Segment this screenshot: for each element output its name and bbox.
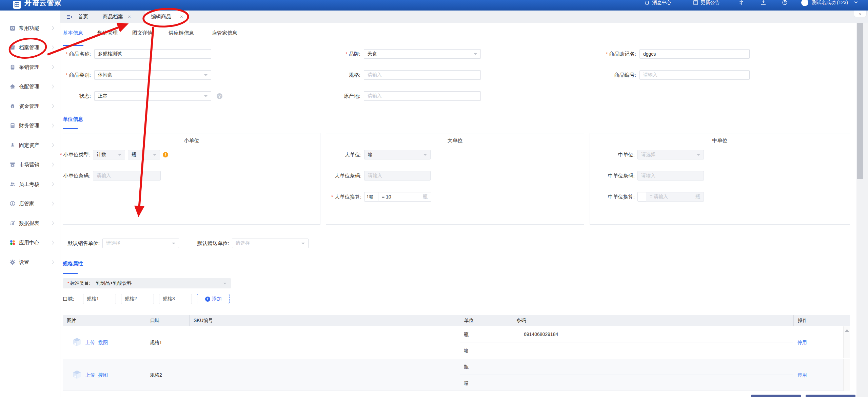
table-inner-scrollbar[interactable]: [843, 326, 850, 358]
origin-input[interactable]: 请输入: [364, 91, 481, 101]
search-image-link[interactable]: 搜图: [98, 340, 108, 346]
help-icon[interactable]: [782, 0, 788, 5]
page-tab-bar: 首页 商品档案× 编辑商品× ˅: [60, 11, 868, 23]
disable-row-link[interactable]: 停用: [797, 372, 807, 378]
sidebar-item-purchase-sales[interactable]: 采销管理: [0, 63, 60, 72]
collapse-menu-icon[interactable]: [66, 14, 73, 20]
close-tab-icon[interactable]: ×: [180, 14, 183, 19]
caret-down-icon: [423, 154, 427, 157]
tab-supply-chain[interactable]: 供应链信息: [169, 30, 194, 36]
sidebar-item-archive-management[interactable]: 档案管理: [0, 43, 60, 52]
scroll-up-icon[interactable]: [845, 329, 849, 332]
add-flavor-button[interactable]: + 添加: [197, 294, 230, 304]
default-gift-unit-select[interactable]: 请选择: [232, 239, 309, 248]
active-tab-underline: [63, 45, 83, 46]
unit-sub-divider: [460, 375, 793, 375]
tab-basic-info[interactable]: 基本信息: [63, 30, 83, 36]
bell-icon: [644, 0, 650, 5]
tab-media-detail[interactable]: 图文详情: [132, 30, 153, 36]
sidebar-item-marketing[interactable]: 市场营销: [0, 160, 60, 169]
tab-shop-manager-info[interactable]: 店管家信息: [212, 30, 237, 36]
save-button[interactable]: [751, 395, 801, 397]
row-flavor-value: 规格1: [150, 340, 162, 346]
tab-price-management[interactable]: 售价管理: [97, 30, 118, 36]
sidebar: 常用功能 档案管理 采销管理 仓配管理 资金管理: [0, 11, 60, 397]
large-unit-barcode-label: 大单位条码:: [298, 171, 361, 181]
sidebar-item-shop-manager[interactable]: 店管家: [0, 199, 60, 208]
disable-row-link[interactable]: 停用: [797, 340, 807, 346]
flavor-label: 口味:: [63, 294, 78, 304]
headset-person-icon: [9, 201, 16, 207]
spec-input[interactable]: 请输入: [364, 70, 481, 80]
search-image-link[interactable]: 搜图: [98, 372, 108, 378]
sidebar-item-fixed-assets[interactable]: 固定资产: [0, 141, 60, 150]
secondary-action-button[interactable]: [806, 395, 855, 397]
upload-image-link[interactable]: 上传: [85, 372, 95, 378]
update-notice-button[interactable]: 更新公告: [693, 0, 719, 6]
caret-down-icon: [301, 243, 305, 246]
product-no-input[interactable]: 请输入: [639, 70, 750, 80]
large-unit-barcode-input[interactable]: 请输入: [364, 171, 431, 181]
message-center-button[interactable]: 消息中心: [644, 0, 671, 6]
status-select[interactable]: 正常: [94, 91, 211, 101]
status-help-icon[interactable]: ?: [217, 93, 222, 99]
sidebar-item-finance[interactable]: 财务管理: [0, 121, 60, 130]
default-sale-unit-select[interactable]: 请选择: [102, 239, 179, 248]
small-unit-type-select[interactable]: 计数: [93, 150, 125, 159]
caret-down-icon: [697, 154, 700, 157]
user-menu-chevron-down-icon[interactable]: [853, 0, 859, 5]
large-unit-select[interactable]: 箱: [364, 150, 431, 159]
mnemonic-input[interactable]: dggcs: [639, 49, 750, 59]
download-icon[interactable]: [761, 0, 766, 5]
chevron-right-icon: [50, 65, 54, 69]
flavor-chip-input[interactable]: 规格2: [121, 294, 154, 304]
small-unit-select[interactable]: 瓶: [128, 150, 160, 159]
category-select[interactable]: 休闲食: [94, 70, 211, 80]
footer-bar: [61, 391, 856, 397]
caret-down-icon: [204, 74, 208, 78]
chevron-right-icon: [50, 104, 54, 108]
chevron-right-icon: [50, 221, 54, 225]
sidebar-item-funds[interactable]: 资金管理: [0, 102, 60, 111]
page-scrollbar-track[interactable]: [856, 23, 868, 397]
sidebar-item-staff-assessment[interactable]: 员工考核: [0, 180, 60, 189]
sidebar-item-data-reports[interactable]: 数据报表: [0, 219, 60, 228]
upload-image-link[interactable]: 上传: [85, 340, 95, 346]
tab-home[interactable]: 首页: [78, 11, 88, 23]
tab-overflow-chevron-down-icon[interactable]: ˅: [854, 11, 867, 17]
col-sku: SKU编号: [189, 315, 460, 326]
sidebar-item-warehouse[interactable]: 仓配管理: [0, 82, 60, 91]
archive-box-icon: [9, 44, 16, 51]
close-tab-icon[interactable]: ×: [128, 14, 131, 19]
chevron-right-icon: [50, 26, 54, 30]
medium-unit-conversion-input[interactable]: = 请输入 瓶: [646, 192, 704, 202]
table-inner-scrollbar[interactable]: [843, 359, 850, 391]
flavor-chip-input[interactable]: 规格1: [83, 294, 116, 304]
user-avatar[interactable]: [801, 0, 808, 6]
sidebar-item-app-center[interactable]: 应用中心: [0, 238, 60, 247]
chevron-right-icon: [50, 241, 54, 244]
bar-chart-icon: [9, 220, 16, 226]
app-logo-icon: [13, 1, 21, 9]
standard-category-select[interactable]: * 标准类目: 乳制品>乳酸饮料: [63, 278, 231, 288]
col-action: 操作: [793, 315, 850, 326]
page-scrollbar-thumb[interactable]: [857, 23, 863, 179]
flavor-chip-input[interactable]: 规格3: [159, 294, 192, 304]
tab-product-archive[interactable]: 商品档案×: [103, 11, 131, 23]
small-unit-barcode-input[interactable]: 请输入: [93, 171, 161, 181]
tab-edit-product[interactable]: 编辑商品×: [145, 11, 189, 23]
sidebar-item-settings[interactable]: 设置: [0, 258, 60, 267]
workspace-switch-icon[interactable]: [738, 0, 744, 5]
unit-warning-icon[interactable]: !: [163, 152, 168, 157]
update-notice-label: 更新公告: [701, 0, 719, 6]
chevron-right-icon: [50, 124, 54, 127]
gear-icon: [9, 259, 16, 265]
product-name-input[interactable]: 多规格测试: [94, 49, 211, 59]
brand-select[interactable]: 美食: [364, 49, 481, 59]
medium-unit-barcode-input[interactable]: 请输入: [637, 171, 704, 181]
store-icon: [9, 162, 16, 168]
large-unit-conversion-input[interactable]: = 10 瓶: [378, 192, 431, 202]
sidebar-item-common-functions[interactable]: 常用功能: [0, 24, 60, 33]
row-barcode-value: 6914068029184: [524, 332, 558, 337]
medium-unit-select[interactable]: 请选择: [637, 150, 704, 159]
